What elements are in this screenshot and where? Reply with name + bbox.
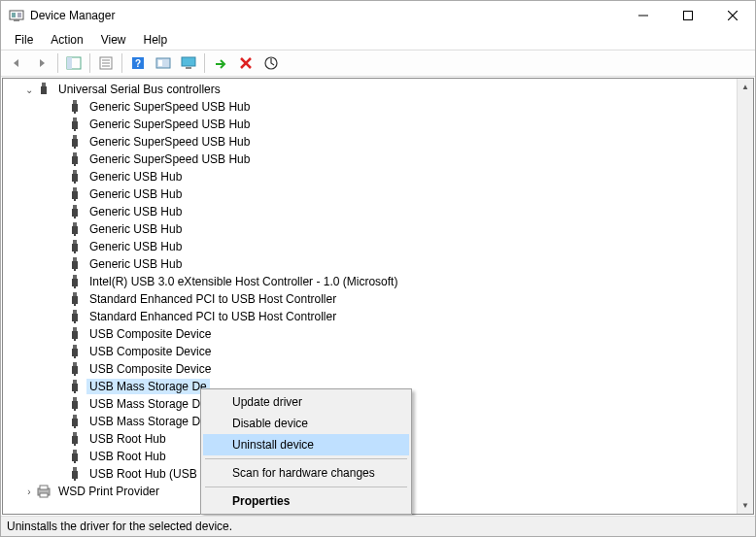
scroll-up-icon[interactable]: ▲ (738, 79, 753, 95)
svg-rect-18 (182, 57, 195, 66)
device-label: USB Mass Storage De (86, 414, 210, 429)
usb-device-icon (67, 431, 83, 447)
device-label: USB Composite Device (86, 344, 214, 359)
ctx-scan-hardware[interactable]: Scan for hardware changes (203, 462, 409, 484)
tree-device[interactable]: Standard Enhanced PCI to USB Host Contro… (3, 308, 753, 325)
device-label: Intel(R) USB 3.0 eXtensible Host Control… (86, 274, 400, 289)
tree-device[interactable]: Generic USB Hub (3, 185, 753, 203)
menu-help[interactable]: Help (136, 31, 176, 49)
ctx-properties[interactable]: Properties (203, 490, 409, 512)
svg-rect-73 (73, 380, 77, 384)
svg-rect-3 (14, 19, 19, 21)
device-label: Generic USB Hub (86, 256, 185, 272)
forward-button[interactable] (30, 52, 53, 74)
usb-device-icon (67, 169, 83, 185)
usb-controller-icon (36, 82, 52, 97)
tree-device[interactable]: Generic SuperSpeed USB Hub (3, 98, 753, 116)
device-label: Standard Enhanced PCI to USB Host Contro… (86, 309, 339, 324)
monitor-icon[interactable] (177, 52, 200, 74)
maximize-button[interactable] (666, 1, 710, 30)
help-button[interactable]: ? (126, 52, 150, 74)
usb-device-icon (67, 344, 83, 359)
tree-device[interactable]: Generic USB Hub (3, 255, 753, 273)
usb-device-icon (67, 204, 83, 219)
tree-device[interactable]: Generic SuperSpeed USB Hub (3, 151, 753, 168)
tree-device[interactable]: Standard Enhanced PCI to USB Host Contro… (3, 290, 753, 308)
usb-device-icon (67, 326, 83, 342)
scan-hardware-button[interactable] (152, 52, 175, 74)
svg-rect-34 (73, 152, 77, 156)
enable-device-button[interactable] (209, 52, 232, 74)
tree-device[interactable]: USB Composite Device (3, 360, 753, 378)
svg-rect-67 (73, 345, 77, 349)
tree-device[interactable]: Intel(R) USB 3.0 eXtensible Host Control… (3, 273, 753, 290)
uninstall-device-button[interactable] (234, 52, 258, 74)
statusbar-text: Uninstalls the driver for the selected d… (7, 520, 232, 533)
statusbar: Uninstalls the driver for the selected d… (1, 516, 755, 536)
window-controls (621, 1, 755, 30)
toolbar: ? (1, 50, 755, 77)
svg-rect-79 (73, 415, 77, 419)
device-label: USB Mass Storage De (86, 396, 210, 412)
device-label: USB Root Hub (86, 431, 169, 447)
svg-rect-49 (73, 240, 77, 244)
usb-device-icon (67, 396, 83, 412)
svg-rect-40 (73, 187, 77, 191)
device-label: USB Root Hub (86, 449, 169, 464)
scroll-down-icon[interactable]: ▼ (738, 497, 753, 514)
usb-device-icon (67, 414, 83, 429)
tree-device[interactable]: Generic USB Hub (3, 220, 753, 238)
tree-device[interactable]: Generic USB Hub (3, 238, 753, 255)
tree-device[interactable]: USB Composite Device (3, 325, 753, 343)
svg-rect-2 (17, 13, 21, 17)
menu-file[interactable]: File (7, 31, 41, 49)
tree-device[interactable]: Generic USB Hub (3, 168, 753, 185)
usb-device-icon (67, 239, 83, 254)
svg-rect-26 (72, 104, 78, 112)
device-label: Generic SuperSpeed USB Hub (86, 117, 253, 132)
usb-device-icon (67, 186, 83, 202)
menu-action[interactable]: Action (43, 31, 90, 49)
ctx-update-driver[interactable]: Update driver (203, 391, 409, 413)
tree-device[interactable]: Generic SuperSpeed USB Hub (3, 133, 753, 151)
svg-rect-19 (186, 67, 191, 69)
usb-device-icon (67, 309, 83, 324)
usb-device-icon (67, 274, 83, 289)
svg-rect-32 (72, 139, 78, 147)
tree-category[interactable]: ⌄Universal Serial Bus controllers (3, 81, 753, 98)
svg-rect-53 (72, 261, 78, 269)
minimize-button[interactable] (621, 1, 666, 30)
svg-rect-38 (72, 174, 78, 182)
ctx-uninstall-device[interactable]: Uninstall device (203, 434, 409, 455)
device-label: USB Composite Device (86, 326, 214, 342)
close-button[interactable] (710, 1, 755, 30)
expander-icon[interactable]: ⌄ (22, 84, 36, 95)
tree-device[interactable]: Generic USB Hub (3, 203, 753, 220)
svg-rect-37 (73, 170, 77, 174)
tree-device[interactable]: Generic SuperSpeed USB Hub (3, 116, 753, 133)
usb-device-icon (67, 379, 83, 394)
menubar: File Action View Help (1, 30, 755, 50)
svg-rect-46 (73, 222, 77, 226)
tree-device[interactable]: USB Composite Device (3, 343, 753, 360)
usb-device-icon (67, 221, 83, 237)
context-menu: Update driver Disable device Uninstall d… (200, 388, 412, 515)
ctx-disable-device[interactable]: Disable device (203, 413, 409, 434)
window-title: Device Manager (30, 9, 621, 22)
update-driver-button[interactable] (259, 52, 283, 74)
back-button[interactable] (5, 52, 28, 74)
expander-icon[interactable]: › (22, 487, 36, 497)
svg-rect-25 (73, 100, 77, 104)
device-label: Generic USB Hub (86, 204, 185, 219)
svg-rect-31 (73, 135, 77, 139)
show-hide-tree-button[interactable] (62, 52, 86, 74)
svg-rect-28 (73, 117, 77, 121)
properties-button[interactable] (94, 52, 118, 74)
menu-view[interactable]: View (93, 31, 134, 49)
svg-rect-62 (72, 314, 78, 321)
svg-rect-80 (72, 419, 78, 426)
usb-device-icon (67, 291, 83, 307)
svg-rect-50 (72, 244, 78, 252)
scrollbar[interactable]: ▲ ▼ (737, 79, 753, 514)
svg-text:?: ? (135, 58, 141, 69)
